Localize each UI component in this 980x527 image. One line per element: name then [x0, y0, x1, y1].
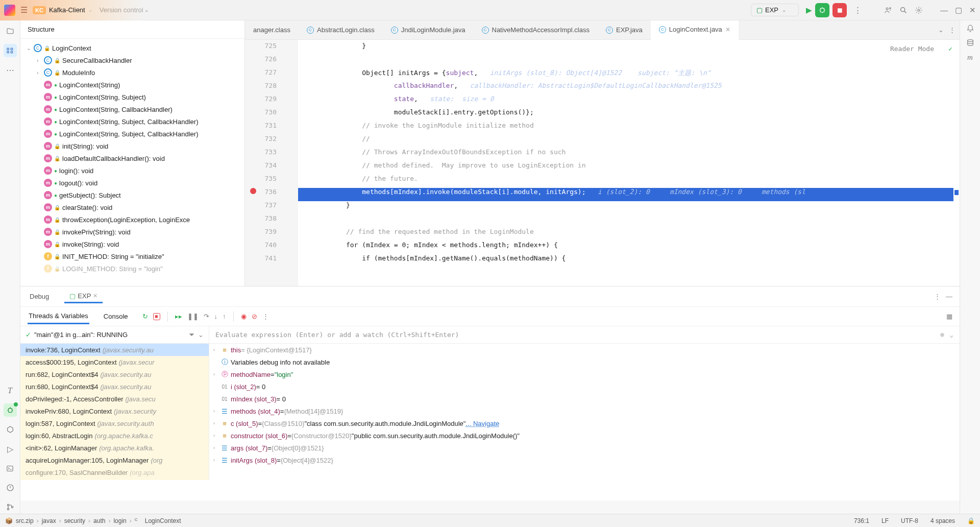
- code-line[interactable]: }: [298, 201, 953, 214]
- tree-field-row[interactable]: f🔒LOGIN_METHOD: String = "login": [22, 262, 242, 275]
- tree-field-row[interactable]: f🔒INIT_METHOD: String = "initialize": [22, 250, 242, 262]
- chevron-down-icon[interactable]: ⌄: [938, 26, 944, 34]
- console-tab[interactable]: Console: [103, 309, 129, 323]
- code-line[interactable]: // the future.: [298, 175, 953, 188]
- tree-method-row[interactable]: m●LoginContext(String, Subject, Callback…: [22, 128, 242, 140]
- debug-tab[interactable]: Debug: [28, 290, 51, 303]
- database-tool-icon[interactable]: [966, 39, 974, 47]
- variable-row[interactable]: ›≡constructor (slot_6) = {Constructor@15…: [209, 429, 960, 442]
- terminal-tool-icon[interactable]: [4, 462, 17, 475]
- tree-method-row[interactable]: m●getSubject(): Subject: [22, 189, 242, 201]
- run-tool-icon[interactable]: ▷: [4, 442, 17, 456]
- more-tools-icon[interactable]: ⋯: [4, 63, 17, 77]
- evaluate-expression-input[interactable]: Evaluate expression (Enter) or add a wat…: [209, 326, 960, 344]
- close-icon[interactable]: ✕: [969, 6, 976, 15]
- line-ending[interactable]: LF: [881, 517, 889, 524]
- run-icon[interactable]: ▶: [806, 6, 812, 15]
- more-icon[interactable]: ⋮: [949, 26, 955, 34]
- step-over-icon[interactable]: ↷: [204, 313, 209, 320]
- code-line[interactable]: //: [298, 135, 953, 148]
- stack-frame[interactable]: invoke:736, LoginContext(javax.security.…: [20, 344, 209, 356]
- code-line[interactable]: for (mIndex = 0; mIndex < methods.length…: [298, 241, 953, 254]
- close-tab-icon[interactable]: ✕: [725, 26, 730, 33]
- code-with-me-icon[interactable]: [884, 6, 892, 14]
- chevron-down-icon[interactable]: ⌄: [949, 331, 953, 339]
- ide-logo[interactable]: [4, 5, 15, 16]
- breadcrumb[interactable]: 📦 src.zip› javax› security› auth› login›…: [5, 517, 181, 524]
- variable-row[interactable]: ›ⓟmethodName = "login": [209, 368, 960, 380]
- breakpoint-icon[interactable]: [250, 188, 256, 194]
- code-line[interactable]: [298, 55, 953, 68]
- minimize-panel-icon[interactable]: —: [946, 293, 952, 300]
- breakpoints-icon[interactable]: ◉: [241, 313, 247, 320]
- stop-icon[interactable]: ◼: [153, 313, 160, 320]
- code-line[interactable]: // find the requested method in the Logi…: [298, 228, 953, 241]
- search-icon[interactable]: [899, 6, 908, 14]
- text-tool-icon[interactable]: T: [4, 384, 17, 397]
- tree-method-row[interactable]: m●LoginContext(String, Subject, Callback…: [22, 115, 242, 128]
- navigate-link[interactable]: ... Navigate: [465, 420, 499, 427]
- services-tool-icon[interactable]: [4, 423, 17, 436]
- stack-frame[interactable]: login:587, LoginContext(javax.security.a…: [20, 417, 209, 429]
- debug-button[interactable]: [815, 3, 829, 17]
- chevron-down-icon[interactable]: ⌄: [198, 331, 204, 339]
- vcs-tool-icon[interactable]: [4, 500, 17, 514]
- tree-method-row[interactable]: m●login(): void: [22, 164, 242, 177]
- debug-tool-icon[interactable]: [4, 403, 17, 417]
- editor-tab[interactable]: anager.class: [245, 20, 299, 40]
- chevron-down-icon[interactable]: ⌄: [144, 7, 149, 13]
- variable-row[interactable]: 01i (slot_2) = 0: [209, 380, 960, 393]
- resume-icon[interactable]: ▸▸: [175, 313, 182, 320]
- filter-icon[interactable]: ⏷: [188, 331, 195, 339]
- more-icon[interactable]: ⋮: [262, 313, 269, 320]
- project-badge[interactable]: KC: [33, 6, 46, 14]
- stop-button[interactable]: ◼: [832, 3, 847, 17]
- tree-class-row[interactable]: ›C🔒SecureCallbackHandler: [22, 54, 242, 66]
- maven-tool-icon[interactable]: m: [967, 53, 973, 62]
- indent[interactable]: 4 spaces: [930, 517, 955, 524]
- code-line-current[interactable]: methods[mIndex].invoke(moduleStack[i].mo…: [298, 188, 953, 201]
- minimize-icon[interactable]: —: [940, 6, 948, 14]
- step-out-icon[interactable]: ↑: [223, 313, 226, 320]
- tree-method-row[interactable]: m●LoginContext(String, Subject): [22, 91, 242, 103]
- main-menu-icon[interactable]: ☰: [20, 5, 28, 15]
- project-tool-icon[interactable]: [4, 25, 17, 38]
- add-watch-icon[interactable]: ⊕: [940, 331, 944, 339]
- caret-pos[interactable]: 736:1: [854, 517, 869, 524]
- variable-row[interactable]: 01mIndex (slot_3) = 0: [209, 393, 960, 405]
- tree-method-row[interactable]: m🔒clearState(): void: [22, 201, 242, 213]
- tree-class-row[interactable]: ⌄C🔒LoginContext: [22, 42, 242, 54]
- code-line[interactable]: // invoke the LoginModule initialize met…: [298, 122, 953, 135]
- editor-tab[interactable]: CAbstractLogin.class: [299, 20, 383, 40]
- reader-mode-label[interactable]: Reader Mode: [890, 45, 934, 53]
- stack-frame[interactable]: configure:170, SaslChannelBuilder(org.ap…: [20, 466, 209, 478]
- problems-tool-icon[interactable]: [4, 481, 17, 494]
- code-line[interactable]: callbackHandler, callbackHandler: Abstra…: [298, 82, 953, 95]
- code-line[interactable]: }: [298, 42, 953, 55]
- code-line[interactable]: Object[] initArgs = {subject, initArgs (…: [298, 68, 953, 82]
- maximize-icon[interactable]: ▢: [955, 6, 962, 15]
- editor-tab[interactable]: CEXP.java: [598, 20, 651, 40]
- editor-tab-active[interactable]: CLoginContext.java✕: [651, 20, 739, 40]
- code-line[interactable]: moduleStack[i].entry.getOptions()};: [298, 108, 953, 122]
- run-config-selector[interactable]: ▢ EXP ⌄: [751, 4, 799, 16]
- editor-tab[interactable]: CNativeMethodAccessorImpl.class: [474, 20, 598, 40]
- close-icon[interactable]: ✕: [93, 293, 97, 299]
- stack-frame[interactable]: login:60, AbstractLogin(org.apache.kafka…: [20, 429, 209, 442]
- mute-breakpoints-icon[interactable]: ⊘: [252, 313, 257, 320]
- tree-method-row[interactable]: m🔒invoke(String): void: [22, 238, 242, 250]
- project-name[interactable]: Kafka-Client: [49, 6, 85, 14]
- debug-session-tab[interactable]: ▢EXP✕: [64, 290, 103, 303]
- variable-row[interactable]: ›☰methods (slot_4) = {Method[14]@1519}: [209, 405, 960, 417]
- variable-row[interactable]: ›≡this = {LoginContext@1517}: [209, 344, 960, 356]
- variable-row[interactable]: ›≡c (slot_5) = {Class@1510} "class com.s…: [209, 417, 960, 429]
- more-icon[interactable]: ⋮: [854, 6, 862, 15]
- tree-method-row[interactable]: m●LoginContext(String): [22, 79, 242, 91]
- code-line[interactable]: // method defined. May improve to use Lo…: [298, 161, 953, 175]
- structure-tool-icon[interactable]: [4, 44, 17, 57]
- gear-icon[interactable]: [915, 6, 923, 14]
- stack-frame[interactable]: run:682, LoginContext$4(javax.security.a…: [20, 368, 209, 380]
- encoding[interactable]: UTF-8: [901, 517, 918, 524]
- code-line[interactable]: if (methods[mIndex].getName().equals(met…: [298, 254, 953, 268]
- variable-row[interactable]: ›☰initArgs (slot_8) = {Object[4]@1522}: [209, 454, 960, 466]
